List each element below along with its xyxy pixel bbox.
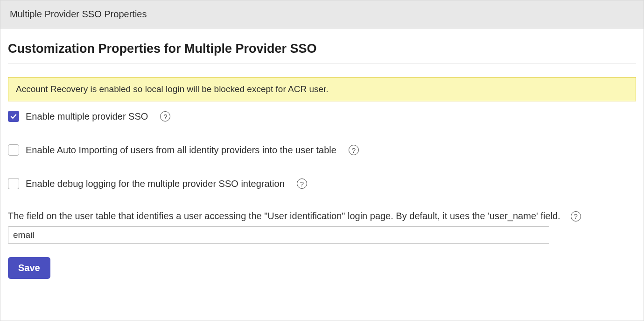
field-enable-auto-import: Enable Auto Importing of users from all … (8, 144, 636, 156)
alert-banner: Account Recovery is enabled so local log… (8, 77, 636, 101)
help-icon[interactable]: ? (160, 111, 170, 121)
enable-auto-import-checkbox[interactable] (8, 144, 19, 156)
page-title: Customization Properties for Multiple Pr… (8, 42, 636, 56)
enable-sso-checkbox[interactable] (8, 111, 19, 122)
field-enable-debug: Enable debug logging for the multiple pr… (8, 178, 636, 189)
enable-debug-label: Enable debug logging for the multiple pr… (26, 178, 285, 189)
help-icon[interactable]: ? (297, 178, 307, 189)
user-field-description: The field on the user table that identif… (8, 211, 560, 221)
field-enable-sso: Enable multiple provider SSO ? (8, 111, 636, 122)
enable-auto-import-label: Enable Auto Importing of users from all … (26, 145, 336, 156)
enable-sso-label: Enable multiple provider SSO (26, 111, 148, 122)
help-icon[interactable]: ? (349, 145, 359, 155)
header-bar: Multiple Provider SSO Properties (0, 0, 644, 29)
header-title: Multiple Provider SSO Properties (10, 9, 147, 19)
enable-debug-checkbox[interactable] (8, 178, 19, 189)
check-icon (10, 113, 17, 120)
user-field-description-row: The field on the user table that identif… (8, 211, 636, 221)
content-area: Customization Properties for Multiple Pr… (0, 29, 644, 321)
save-button[interactable]: Save (8, 257, 50, 279)
user-field-input[interactable] (8, 226, 549, 244)
help-icon[interactable]: ? (571, 211, 581, 221)
page-container: Multiple Provider SSO Properties Customi… (0, 0, 644, 321)
alert-message: Account Recovery is enabled so local log… (16, 84, 329, 94)
divider (8, 64, 636, 64)
